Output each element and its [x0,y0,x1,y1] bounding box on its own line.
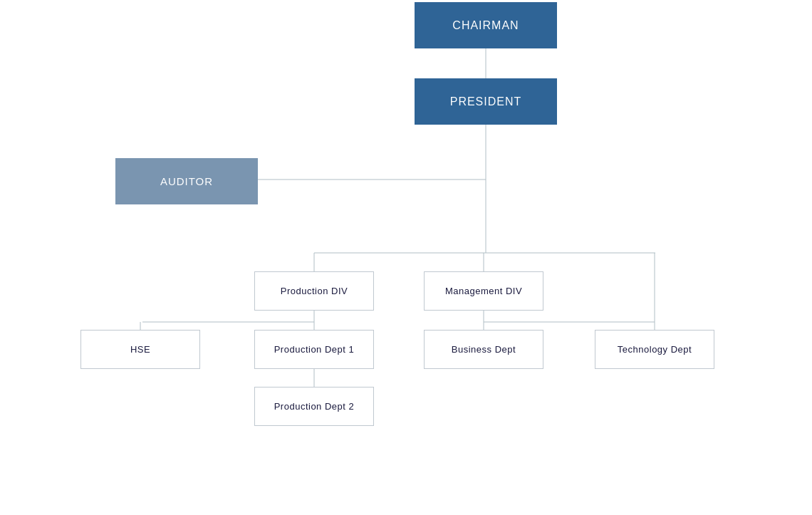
hse-node: HSE [80,330,200,369]
management-div-node: Management DIV [424,271,543,311]
production-div-label: Production DIV [281,286,348,296]
production-dept2-label: Production Dept 2 [274,401,355,412]
president-label: PRESIDENT [450,95,522,108]
auditor-label: AUDITOR [160,175,213,187]
production-dept2-node: Production Dept 2 [254,387,374,426]
chairman-node: CHAIRMAN [415,2,557,48]
technology-dept-label: Technology Dept [618,344,692,355]
management-div-label: Management DIV [445,286,522,296]
chairman-label: CHAIRMAN [452,19,519,32]
org-chart: CHAIRMAN PRESIDENT AUDITOR Production DI… [0,0,812,515]
auditor-node: AUDITOR [115,158,258,204]
connectors [0,0,812,515]
president-node: PRESIDENT [415,78,557,125]
production-dept1-node: Production Dept 1 [254,330,374,369]
production-dept1-label: Production Dept 1 [274,344,355,355]
business-dept-node: Business Dept [424,330,543,369]
production-div-node: Production DIV [254,271,374,311]
business-dept-label: Business Dept [452,344,516,355]
technology-dept-node: Technology Dept [595,330,714,369]
hse-label: HSE [130,344,150,355]
